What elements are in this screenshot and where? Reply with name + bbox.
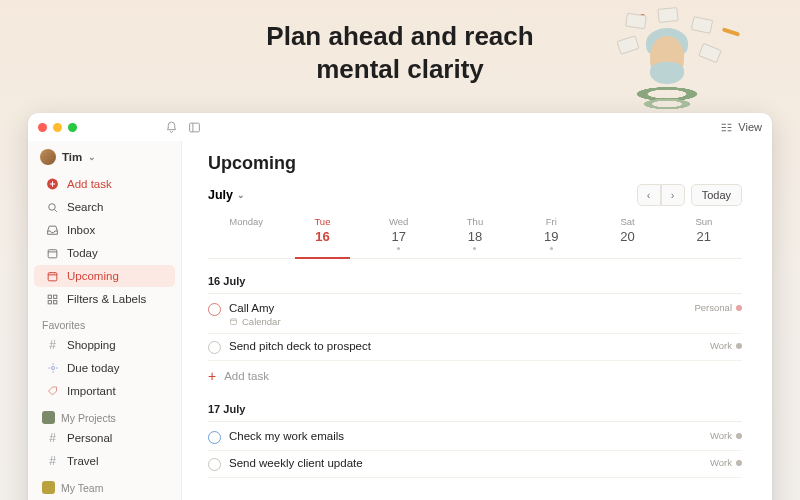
task-title: Check my work emails <box>229 430 702 442</box>
hash-icon: # <box>46 455 59 468</box>
day-column[interactable]: Wed17 <box>361 212 437 258</box>
sidebar-item-due-today[interactable]: Due today <box>34 357 175 379</box>
calendar-upcoming-icon <box>46 270 59 283</box>
svg-point-2 <box>49 203 56 210</box>
window-close-button[interactable] <box>38 123 47 132</box>
main-content: Upcoming July⌄ ‹ › Today Monday Tue16 We… <box>182 141 772 500</box>
svg-rect-5 <box>48 295 51 298</box>
today-button[interactable]: Today <box>691 184 742 206</box>
task-title: Send pitch deck to prospect <box>229 340 702 352</box>
task-project-chip[interactable]: Work <box>710 340 742 351</box>
window-zoom-button[interactable] <box>68 123 77 132</box>
svg-rect-8 <box>54 300 57 303</box>
calendar-today-icon <box>46 247 59 260</box>
svg-rect-4 <box>48 272 57 280</box>
day-column[interactable]: Sun21 <box>666 212 742 258</box>
svg-rect-6 <box>54 295 57 298</box>
hero-illustration <box>610 18 720 118</box>
task-title: Call Amy <box>229 302 687 314</box>
task-checkbox[interactable] <box>208 303 221 316</box>
sidebar-item-search[interactable]: Search <box>34 196 175 218</box>
svg-rect-3 <box>48 249 57 257</box>
hash-icon: # <box>46 339 59 352</box>
task-row[interactable]: Check my work emails Work <box>208 424 742 451</box>
notifications-icon[interactable] <box>165 121 178 134</box>
task-checkbox[interactable] <box>208 458 221 471</box>
sidebar-item-today[interactable]: Today <box>34 242 175 264</box>
sidebar-item-filters[interactable]: Filters & Labels <box>34 288 175 310</box>
sidebar-item-personal[interactable]: #Personal <box>34 427 175 449</box>
day-column[interactable]: Monday <box>208 212 284 258</box>
date-section-header: 16 July <box>208 269 742 294</box>
task-row[interactable]: Call Amy Calendar Personal <box>208 296 742 334</box>
svg-rect-0 <box>190 123 200 132</box>
filter-icon <box>46 362 59 375</box>
sidebar-item-shopping[interactable]: #Shopping <box>34 334 175 356</box>
month-picker[interactable]: July⌄ <box>208 188 245 202</box>
sidebar-toggle-icon[interactable] <box>188 121 201 134</box>
svg-rect-7 <box>48 300 51 303</box>
sidebar-item-important[interactable]: Important <box>34 380 175 402</box>
task-project-chip[interactable]: Work <box>710 457 742 468</box>
app-window: View Tim ⌄ Add task Search Inbo <box>28 113 772 500</box>
task-row[interactable]: Send weekly client update Work <box>208 451 742 478</box>
sidebar-item-upcoming[interactable]: Upcoming <box>34 265 175 287</box>
grid-icon <box>46 293 59 306</box>
task-checkbox[interactable] <box>208 431 221 444</box>
date-section-header: 17 July <box>208 397 742 422</box>
task-project-chip[interactable]: Work <box>710 430 742 441</box>
hash-icon: # <box>46 432 59 445</box>
tag-icon <box>46 385 59 398</box>
sidebar-item-travel[interactable]: #Travel <box>34 450 175 472</box>
search-icon <box>46 201 59 214</box>
avatar <box>40 149 56 165</box>
day-column[interactable]: Sat20 <box>589 212 665 258</box>
week-strip: Monday Tue16 Wed17 Thu18 Fri19 Sat20 Sun… <box>208 212 742 259</box>
sidebar-section-my-projects[interactable]: My Projects <box>28 403 181 427</box>
day-column[interactable]: Thu18 <box>437 212 513 258</box>
window-minimize-button[interactable] <box>53 123 62 132</box>
svg-point-9 <box>51 367 54 370</box>
workspace-avatar <box>42 481 55 494</box>
window-titlebar: View <box>28 113 772 141</box>
sidebar-section-favorites: Favorites <box>28 311 181 334</box>
plus-icon: + <box>208 369 216 383</box>
sidebar: Tim ⌄ Add task Search Inbox Today <box>28 141 182 500</box>
add-task-inline[interactable]: + Add task <box>208 361 742 397</box>
task-project-chip[interactable]: Personal <box>695 302 743 313</box>
day-column[interactable]: Tue16 <box>284 212 360 258</box>
chevron-down-icon: ⌄ <box>88 152 96 162</box>
add-task-button[interactable]: Add task <box>34 173 175 195</box>
inbox-icon <box>46 224 59 237</box>
task-row[interactable]: Send pitch deck to prospect Work <box>208 334 742 361</box>
task-checkbox[interactable] <box>208 341 221 354</box>
sidebar-item-inbox[interactable]: Inbox <box>34 219 175 241</box>
next-week-button[interactable]: › <box>661 184 685 206</box>
user-name: Tim <box>62 151 82 163</box>
day-column[interactable]: Fri19 <box>513 212 589 258</box>
task-meta: Calendar <box>229 316 687 327</box>
prev-week-button[interactable]: ‹ <box>637 184 661 206</box>
plus-circle-icon <box>46 178 59 191</box>
task-title: Send weekly client update <box>229 457 702 469</box>
account-switcher[interactable]: Tim ⌄ <box>28 147 181 173</box>
svg-rect-10 <box>231 319 237 325</box>
workspace-avatar <box>42 411 55 424</box>
view-button[interactable]: View <box>720 121 762 134</box>
chevron-down-icon: ⌄ <box>237 190 245 200</box>
page-title: Upcoming <box>208 153 742 174</box>
sidebar-section-my-team[interactable]: My Team <box>28 473 181 497</box>
